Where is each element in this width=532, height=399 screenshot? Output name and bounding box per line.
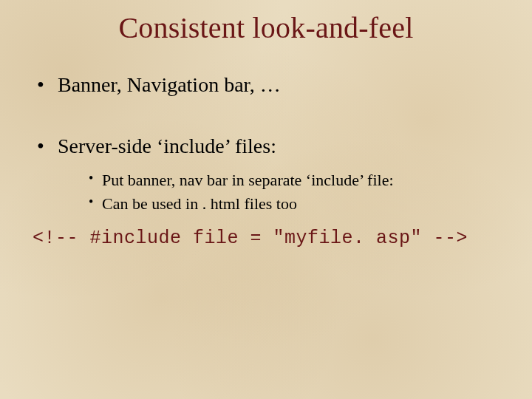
bullet-item: Server-side ‘include’ files: Put banner,… [37, 133, 502, 214]
slide: Consistent look-and-feel Banner, Navigat… [0, 0, 532, 399]
bullet-text: Banner, Navigation bar, … [58, 73, 281, 96]
sub-bullet-list: Put banner, nav bar in separate ‘include… [58, 169, 502, 214]
sub-bullet-text: Put banner, nav bar in separate ‘include… [102, 171, 394, 189]
sub-bullet-text: Can be used in . html files too [102, 194, 297, 213]
code-line: <!-- #include file = "myfile. asp" --> [33, 228, 502, 249]
slide-title: Consistent look-and-feel [30, 10, 502, 45]
bullet-item: Banner, Navigation bar, … [37, 72, 502, 98]
sub-bullet-item: Can be used in . html files too [89, 193, 502, 215]
bullet-list: Banner, Navigation bar, … Server-side ‘i… [30, 72, 502, 214]
bullet-text: Server-side ‘include’ files: [58, 134, 276, 157]
sub-bullet-item: Put banner, nav bar in separate ‘include… [89, 169, 502, 191]
